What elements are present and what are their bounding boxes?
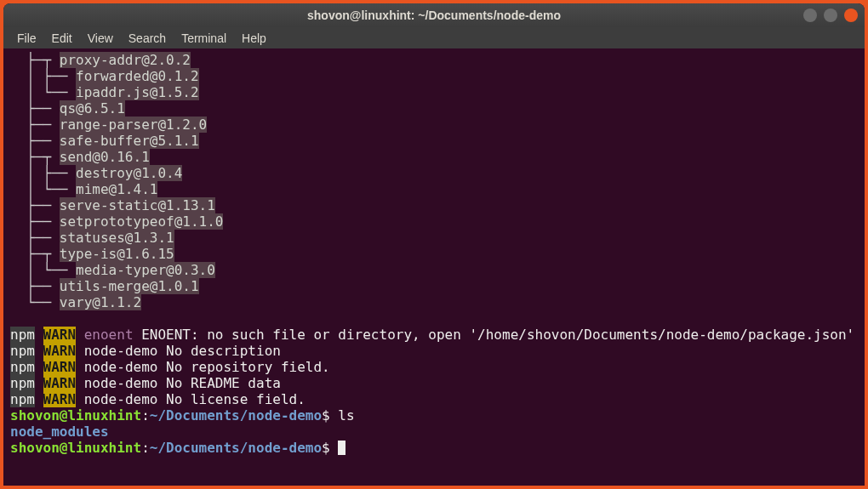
warn-message: node-demo No license field.: [76, 391, 306, 407]
package: mime@1.4.1: [76, 181, 157, 197]
package: serve-static@1.13.1: [60, 197, 215, 213]
prompt-line: shovon@linuxhint:~/Documents/node-demo$ …: [10, 407, 858, 424]
tree-line: │ └── mime@1.4.1: [10, 181, 858, 197]
prompt-user: shovon@linuxhint: [10, 440, 141, 456]
tree-line: ├── range-parser@1.2.0: [10, 117, 858, 133]
npm-warn-line: npm WARN node-demo No repository field.: [10, 359, 858, 375]
window-controls: [803, 9, 858, 22]
warn-label: WARN: [43, 375, 77, 391]
menu-view[interactable]: View: [81, 30, 120, 47]
npm-warn-line: npm WARN node-demo No description: [10, 343, 858, 359]
command-ls: ls: [338, 407, 354, 424]
package: type-is@1.6.15: [60, 246, 174, 262]
menu-terminal[interactable]: Terminal: [174, 30, 233, 47]
warn-label: WARN: [43, 391, 77, 407]
warn-label: WARN: [43, 343, 77, 359]
package: proxy-addr@2.0.2: [60, 52, 191, 68]
warn-label: WARN: [43, 359, 77, 375]
tree-line: ├─┬ type-is@1.6.15: [10, 246, 858, 262]
package: send@0.16.1: [60, 149, 150, 165]
warn-label: WARN: [43, 327, 77, 343]
npm-warn-line: npm WARN node-demo No license field.: [10, 391, 858, 407]
close-icon[interactable]: [844, 9, 858, 22]
tree-line: │ ├── forwarded@0.1.2: [10, 68, 858, 84]
npm-label: npm: [10, 375, 35, 391]
package: ipaddr.js@1.5.2: [76, 84, 199, 100]
minimize-icon[interactable]: [803, 9, 817, 22]
prompt-dollar: $: [322, 407, 338, 424]
tree-line: ├─┬ send@0.16.1: [10, 149, 858, 165]
window-title: shovon@linuxhint: ~/Documents/node-demo: [307, 9, 561, 22]
prompt-dollar: $: [322, 440, 338, 456]
tree-line: │ └── ipaddr.js@1.5.2: [10, 84, 858, 100]
prompt-path: ~/Documents/node-demo: [150, 440, 322, 456]
tree-line: │ ├── destroy@1.0.4: [10, 165, 858, 181]
ls-output-line: node_modules: [10, 424, 858, 440]
npm-label: npm: [10, 391, 35, 407]
npm-label: npm: [10, 359, 35, 375]
tree-line: │ └── media-typer@0.3.0: [10, 262, 858, 278]
tree-line: ├── statuses@1.3.1: [10, 230, 858, 246]
ls-result: node_modules: [10, 424, 109, 440]
package: media-typer@0.3.0: [76, 262, 215, 278]
npm-label: npm: [10, 327, 35, 343]
package: statuses@1.3.1: [60, 230, 174, 246]
warn-message: node-demo No description: [76, 343, 281, 359]
blank-line: [10, 310, 858, 327]
enoent-label: enoent: [84, 327, 134, 343]
package: qs@6.5.1: [60, 100, 125, 117]
menu-file[interactable]: File: [10, 30, 43, 47]
npm-warn-line: npm WARN enoent ENOENT: no such file or …: [10, 327, 858, 343]
package: setprototypeof@1.1.0: [60, 213, 224, 230]
prompt-line[interactable]: shovon@linuxhint:~/Documents/node-demo$: [10, 440, 858, 456]
tree-line: ├── serve-static@1.13.1: [10, 197, 858, 213]
tree-line: ├─┬ proxy-addr@2.0.2: [10, 52, 858, 68]
menu-search[interactable]: Search: [122, 30, 173, 47]
npm-warn-line: npm WARN node-demo No README data: [10, 375, 858, 391]
terminal-window: shovon@linuxhint: ~/Documents/node-demo …: [3, 3, 865, 486]
menu-help[interactable]: Help: [235, 30, 273, 47]
package: safe-buffer@5.1.1: [60, 133, 199, 149]
menubar: File Edit View Search Terminal Help: [3, 27, 865, 48]
package: forwarded@0.1.2: [76, 68, 199, 84]
tree-line: ├── utils-merge@1.0.1: [10, 278, 858, 294]
prompt-path: ~/Documents/node-demo: [150, 407, 322, 424]
terminal-output[interactable]: ├─┬ proxy-addr@2.0.2 │ ├── forwarded@0.1…: [3, 48, 865, 486]
warn-message: node-demo No README data: [76, 375, 281, 391]
package: vary@1.1.2: [60, 294, 141, 310]
tree-line: ├── safe-buffer@5.1.1: [10, 133, 858, 149]
maximize-icon[interactable]: [824, 9, 837, 22]
package: range-parser@1.2.0: [60, 117, 207, 133]
menu-edit[interactable]: Edit: [45, 30, 79, 47]
warn-message: ENOENT: no such file or directory, open …: [134, 327, 855, 343]
package: utils-merge@1.0.1: [60, 278, 199, 294]
tree-line: ├── setprototypeof@1.1.0: [10, 213, 858, 230]
tree-line: └── vary@1.1.2: [10, 294, 858, 310]
titlebar[interactable]: shovon@linuxhint: ~/Documents/node-demo: [3, 3, 865, 27]
package: destroy@1.0.4: [76, 165, 182, 181]
prompt-user: shovon@linuxhint: [10, 407, 141, 424]
tree-line: ├── qs@6.5.1: [10, 100, 858, 117]
warn-message: node-demo No repository field.: [76, 359, 330, 375]
cursor-icon: [338, 441, 345, 455]
npm-label: npm: [10, 343, 35, 359]
